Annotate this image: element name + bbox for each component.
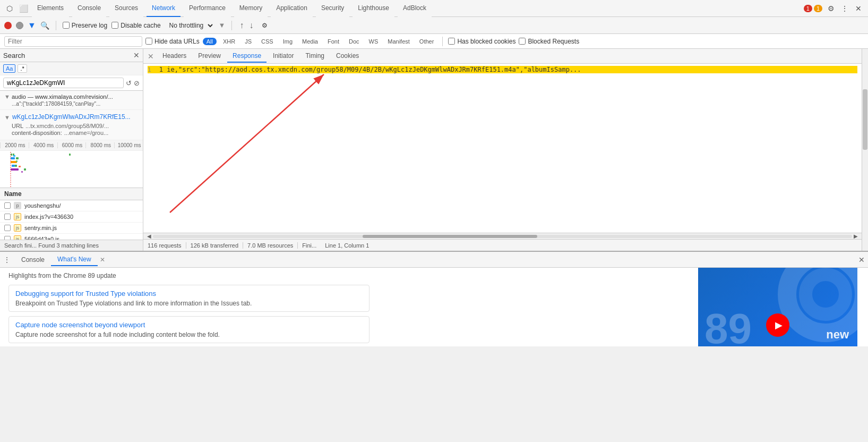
item-check bbox=[4, 202, 11, 209]
preserve-log-checkbox[interactable] bbox=[63, 22, 70, 29]
search-network-icon[interactable]: 🔍 bbox=[40, 21, 49, 30]
throttle-arrow: ▼ bbox=[219, 21, 226, 29]
tab-headers[interactable]: Headers bbox=[157, 50, 192, 63]
filter-js[interactable]: JS bbox=[242, 38, 255, 45]
filter-input[interactable] bbox=[4, 36, 142, 47]
clear-search-icon[interactable]: ⊘ bbox=[134, 79, 140, 87]
undock-icon[interactable]: ⬜ bbox=[18, 3, 29, 14]
filter-manifest[interactable]: Manifest bbox=[384, 38, 413, 45]
tab-performance[interactable]: Performance bbox=[184, 0, 231, 17]
blocked-requests-checkbox[interactable] bbox=[519, 38, 526, 45]
list-item[interactable]: js index.js?v=436630 bbox=[0, 211, 143, 223]
svg-rect-14 bbox=[69, 154, 71, 156]
tab-network[interactable]: Network bbox=[147, 0, 181, 17]
tick-1: 4000 ms bbox=[29, 142, 57, 148]
bottom-dots-menu[interactable]: ⋮ bbox=[3, 256, 11, 264]
scroll-right-icon[interactable]: ▶ bbox=[852, 233, 860, 239]
tab-timing[interactable]: Timing bbox=[300, 50, 330, 63]
item-check bbox=[4, 214, 11, 220]
blocked-requests-label[interactable]: Blocked Requests bbox=[519, 38, 579, 45]
regex-btn[interactable]: .* bbox=[18, 64, 27, 73]
right-scrollbar[interactable] bbox=[862, 49, 868, 251]
play-button[interactable]: ▶ bbox=[766, 313, 789, 337]
audio-item-title: ▼ audio — www.ximalaya.com/revision/... bbox=[4, 94, 139, 100]
tab-lighthouse[interactable]: Lighthouse bbox=[353, 0, 394, 17]
svg-rect-12 bbox=[19, 166, 21, 167]
bottom-panel-close-icon[interactable]: ✕ bbox=[858, 256, 865, 264]
preserve-log-label[interactable]: Preserve log bbox=[63, 22, 107, 29]
svg-rect-6 bbox=[15, 165, 17, 167]
search-close-icon[interactable]: ✕ bbox=[133, 51, 140, 60]
timeline-header: 2000 ms 4000 ms 6000 ms 8000 ms 10000 ms bbox=[0, 140, 143, 151]
news-title-2[interactable]: Capture node screenshot beyond viewport bbox=[15, 321, 363, 329]
tab-console[interactable]: Console bbox=[72, 0, 106, 17]
filter-other[interactable]: Other bbox=[416, 38, 437, 45]
list-item[interactable]: p youshengshu/ bbox=[0, 200, 143, 211]
list-item[interactable]: js sentry.min.js bbox=[0, 223, 143, 234]
response-line-1: 1 1 ie,"src":"https://aod.cos.tx.xmcdn.c… bbox=[148, 66, 857, 73]
h-scroll-track[interactable] bbox=[153, 235, 852, 238]
search-input-row: ↺ ⊘ bbox=[0, 75, 143, 91]
svg-rect-10 bbox=[13, 155, 15, 157]
tab-whats-new[interactable]: What's New bbox=[51, 253, 98, 266]
file-icon: js bbox=[14, 235, 21, 240]
filter-xhr[interactable]: XHR bbox=[220, 38, 238, 45]
disable-cache-checkbox[interactable] bbox=[111, 22, 118, 29]
search-input[interactable] bbox=[3, 78, 124, 88]
close-panel-icon[interactable]: ✕ bbox=[148, 52, 154, 61]
filter-all[interactable]: All bbox=[203, 38, 217, 45]
throttle-select[interactable]: No throttling bbox=[165, 20, 214, 31]
tab-sources[interactable]: Sources bbox=[109, 0, 143, 17]
tab-memory[interactable]: Memory bbox=[234, 0, 268, 17]
item-check bbox=[4, 225, 11, 231]
disposition-value: ...ename=/grou... bbox=[64, 130, 108, 136]
disable-cache-label[interactable]: Disable cache bbox=[111, 22, 160, 29]
news-title-1[interactable]: Debugging support for Trusted Type viola… bbox=[15, 290, 363, 298]
filter-css[interactable]: CSS bbox=[258, 38, 277, 45]
bottom-content: Highlights from the Chrome 89 update Deb… bbox=[0, 268, 868, 346]
filter-font[interactable]: Font bbox=[324, 38, 342, 45]
network-toolbar: ▼ 🔍 Preserve log Disable cache No thrott… bbox=[0, 17, 868, 34]
upload-icon[interactable]: ↑ bbox=[239, 21, 244, 30]
tab-security[interactable]: Security bbox=[316, 0, 349, 17]
filter-img[interactable]: Img bbox=[280, 38, 296, 45]
status-sep-3 bbox=[297, 242, 298, 249]
more-icon[interactable]: ⋮ bbox=[839, 3, 850, 14]
tab-adblock[interactable]: AdBlock bbox=[398, 0, 432, 17]
requests-list: p youshengshu/ js index.js?v=436630 js s… bbox=[0, 200, 143, 240]
audio-item[interactable]: ▼ audio — www.ximalaya.com/revision/... … bbox=[0, 91, 143, 110]
network-settings-icon[interactable]: ⚙ bbox=[262, 22, 268, 29]
filter-icon[interactable]: ▼ bbox=[28, 21, 36, 30]
filter-doc[interactable]: Doc bbox=[346, 38, 363, 45]
hide-data-urls-label[interactable]: Hide data URLs bbox=[145, 38, 200, 45]
scroll-left-icon[interactable]: ◀ bbox=[145, 233, 153, 239]
filter-ws[interactable]: WS bbox=[366, 38, 382, 45]
hide-data-urls-checkbox[interactable] bbox=[145, 38, 152, 45]
bottom-panel: ⋮ Console What's New ✕ ✕ Highlights from… bbox=[0, 251, 868, 346]
download-icon[interactable]: ↓ bbox=[249, 21, 253, 30]
dock-icon[interactable]: ⬡ bbox=[4, 3, 15, 14]
clear-button[interactable] bbox=[16, 22, 23, 29]
record-button[interactable] bbox=[4, 22, 12, 29]
item-name: 5666d43a0.js bbox=[24, 236, 139, 240]
has-blocked-label[interactable]: Has blocked cookies bbox=[448, 38, 515, 45]
tab-console[interactable]: Console bbox=[15, 254, 51, 266]
response-scrollbar: ◀ ▶ bbox=[143, 233, 862, 239]
case-sensitive-btn[interactable]: Aa bbox=[3, 64, 15, 73]
tick-2: 6000 ms bbox=[57, 142, 86, 148]
tab-preview[interactable]: Preview bbox=[193, 50, 226, 63]
tab-application[interactable]: Application bbox=[271, 0, 313, 17]
filter-media[interactable]: Media bbox=[299, 38, 321, 45]
list-item[interactable]: js 5666d43a0.js bbox=[0, 234, 143, 240]
whats-new-close-icon[interactable]: ✕ bbox=[100, 256, 105, 264]
close-devtools-icon[interactable]: ✕ bbox=[853, 3, 864, 14]
url-label: URL bbox=[12, 123, 23, 129]
has-blocked-checkbox[interactable] bbox=[448, 38, 455, 45]
tab-initiator[interactable]: Initiator bbox=[268, 50, 299, 63]
refresh-search-icon[interactable]: ↺ bbox=[126, 79, 132, 87]
left-panel: Search ✕ Aa .* ↺ ⊘ ▼ audio — www.ximalay… bbox=[0, 49, 143, 251]
tab-response[interactable]: Response bbox=[227, 50, 267, 63]
tab-elements[interactable]: Elements bbox=[32, 0, 69, 17]
settings-icon[interactable]: ⚙ bbox=[826, 3, 836, 14]
tab-cookies[interactable]: Cookies bbox=[331, 50, 364, 63]
